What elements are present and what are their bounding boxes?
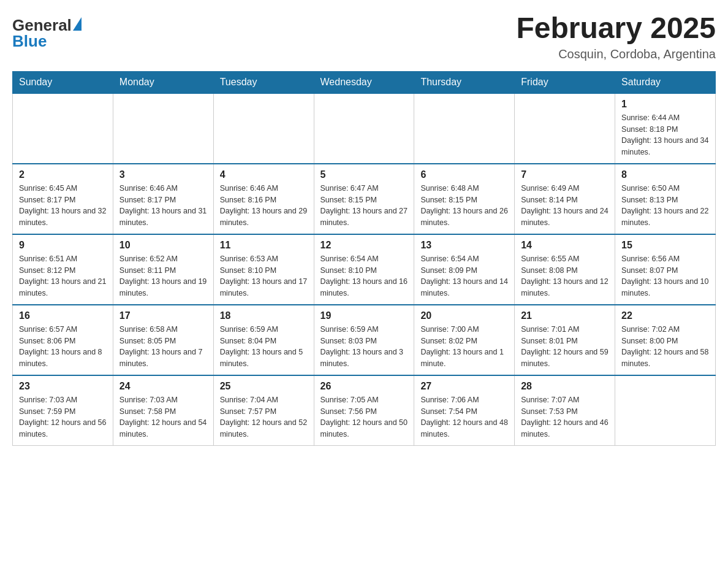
day-sun-info: Sunrise: 6:57 AMSunset: 8:06 PMDaylight:… xyxy=(19,324,107,370)
day-number: 16 xyxy=(19,310,107,321)
day-number: 25 xyxy=(220,381,308,392)
title-section: February 2025 Cosquin, Cordoba, Argentin… xyxy=(516,12,716,61)
day-number: 3 xyxy=(119,169,207,180)
calendar-cell: 20Sunrise: 7:00 AMSunset: 8:02 PMDayligh… xyxy=(414,305,515,375)
weekday-header-row: SundayMondayTuesdayWednesdayThursdayFrid… xyxy=(13,71,716,93)
weekday-header-thursday: Thursday xyxy=(414,71,515,93)
calendar-cell xyxy=(515,93,615,164)
calendar-cell: 16Sunrise: 6:57 AMSunset: 8:06 PMDayligh… xyxy=(13,305,113,375)
day-number: 18 xyxy=(220,310,308,321)
day-sun-info: Sunrise: 6:47 AMSunset: 8:15 PMDaylight:… xyxy=(320,183,408,229)
calendar-cell: 23Sunrise: 7:03 AMSunset: 7:59 PMDayligh… xyxy=(13,375,113,446)
weekday-header-friday: Friday xyxy=(515,71,615,93)
weekday-header-wednesday: Wednesday xyxy=(314,71,414,93)
day-number: 15 xyxy=(621,240,709,251)
day-number: 22 xyxy=(621,310,709,321)
day-number: 27 xyxy=(420,381,508,392)
day-sun-info: Sunrise: 7:05 AMSunset: 7:56 PMDaylight:… xyxy=(320,394,408,440)
day-number: 23 xyxy=(19,381,107,392)
calendar-cell: 18Sunrise: 6:59 AMSunset: 8:04 PMDayligh… xyxy=(213,305,314,375)
day-sun-info: Sunrise: 6:55 AMSunset: 8:08 PMDaylight:… xyxy=(521,253,609,299)
day-sun-info: Sunrise: 7:03 AMSunset: 7:58 PMDaylight:… xyxy=(119,394,207,440)
calendar-cell: 11Sunrise: 6:53 AMSunset: 8:10 PMDayligh… xyxy=(213,234,314,305)
calendar-cell: 3Sunrise: 6:46 AMSunset: 8:17 PMDaylight… xyxy=(113,164,213,234)
calendar-week-row: 9Sunrise: 6:51 AMSunset: 8:12 PMDaylight… xyxy=(13,234,716,305)
calendar-cell: 7Sunrise: 6:49 AMSunset: 8:14 PMDaylight… xyxy=(515,164,615,234)
logo: General Blue xyxy=(12,17,82,49)
day-sun-info: Sunrise: 6:53 AMSunset: 8:10 PMDaylight:… xyxy=(220,253,308,299)
day-sun-info: Sunrise: 6:54 AMSunset: 8:10 PMDaylight:… xyxy=(320,253,408,299)
calendar-cell: 12Sunrise: 6:54 AMSunset: 8:10 PMDayligh… xyxy=(314,234,414,305)
calendar-week-row: 23Sunrise: 7:03 AMSunset: 7:59 PMDayligh… xyxy=(13,375,716,446)
weekday-header-tuesday: Tuesday xyxy=(213,71,314,93)
day-sun-info: Sunrise: 6:49 AMSunset: 8:14 PMDaylight:… xyxy=(521,183,609,229)
calendar-cell xyxy=(314,93,414,164)
day-number: 11 xyxy=(220,240,308,251)
logo-triangle-icon xyxy=(73,17,82,31)
calendar-cell: 26Sunrise: 7:05 AMSunset: 7:56 PMDayligh… xyxy=(314,375,414,446)
calendar-cell xyxy=(213,93,314,164)
day-number: 7 xyxy=(521,169,609,180)
day-sun-info: Sunrise: 6:56 AMSunset: 8:07 PMDaylight:… xyxy=(621,253,709,299)
calendar-cell: 28Sunrise: 7:07 AMSunset: 7:53 PMDayligh… xyxy=(515,375,615,446)
calendar-week-row: 1Sunrise: 6:44 AMSunset: 8:18 PMDaylight… xyxy=(13,93,716,164)
day-number: 26 xyxy=(320,381,408,392)
day-sun-info: Sunrise: 7:03 AMSunset: 7:59 PMDaylight:… xyxy=(19,394,107,440)
weekday-header-monday: Monday xyxy=(113,71,213,93)
calendar-cell: 19Sunrise: 6:59 AMSunset: 8:03 PMDayligh… xyxy=(314,305,414,375)
calendar-cell: 1Sunrise: 6:44 AMSunset: 8:18 PMDaylight… xyxy=(615,93,716,164)
calendar-cell: 14Sunrise: 6:55 AMSunset: 8:08 PMDayligh… xyxy=(515,234,615,305)
location-subtitle: Cosquin, Cordoba, Argentina xyxy=(516,47,716,61)
calendar-cell: 15Sunrise: 6:56 AMSunset: 8:07 PMDayligh… xyxy=(615,234,716,305)
logo-blue-text: Blue xyxy=(12,33,82,49)
day-number: 28 xyxy=(521,381,609,392)
day-sun-info: Sunrise: 6:50 AMSunset: 8:13 PMDaylight:… xyxy=(621,183,709,229)
day-number: 20 xyxy=(420,310,508,321)
calendar-cell: 6Sunrise: 6:48 AMSunset: 8:15 PMDaylight… xyxy=(414,164,515,234)
calendar-week-row: 2Sunrise: 6:45 AMSunset: 8:17 PMDaylight… xyxy=(13,164,716,234)
calendar-cell: 9Sunrise: 6:51 AMSunset: 8:12 PMDaylight… xyxy=(13,234,113,305)
day-number: 6 xyxy=(420,169,508,180)
day-sun-info: Sunrise: 7:07 AMSunset: 7:53 PMDaylight:… xyxy=(521,394,609,440)
month-title: February 2025 xyxy=(516,12,716,45)
calendar-cell: 2Sunrise: 6:45 AMSunset: 8:17 PMDaylight… xyxy=(13,164,113,234)
day-sun-info: Sunrise: 6:58 AMSunset: 8:05 PMDaylight:… xyxy=(119,324,207,370)
calendar-week-row: 16Sunrise: 6:57 AMSunset: 8:06 PMDayligh… xyxy=(13,305,716,375)
calendar-header: SundayMondayTuesdayWednesdayThursdayFrid… xyxy=(13,71,716,93)
day-number: 13 xyxy=(420,240,508,251)
day-number: 14 xyxy=(521,240,609,251)
calendar-cell: 24Sunrise: 7:03 AMSunset: 7:58 PMDayligh… xyxy=(113,375,213,446)
day-number: 1 xyxy=(621,99,709,110)
day-sun-info: Sunrise: 6:54 AMSunset: 8:09 PMDaylight:… xyxy=(420,253,508,299)
day-sun-info: Sunrise: 6:51 AMSunset: 8:12 PMDaylight:… xyxy=(19,253,107,299)
calendar-table: SundayMondayTuesdayWednesdayThursdayFrid… xyxy=(12,71,716,446)
day-sun-info: Sunrise: 6:46 AMSunset: 8:17 PMDaylight:… xyxy=(119,183,207,229)
day-number: 19 xyxy=(320,310,408,321)
page-header: General Blue February 2025 Cosquin, Cord… xyxy=(12,12,716,61)
day-sun-info: Sunrise: 6:44 AMSunset: 8:18 PMDaylight:… xyxy=(621,112,709,158)
calendar-cell: 17Sunrise: 6:58 AMSunset: 8:05 PMDayligh… xyxy=(113,305,213,375)
weekday-header-sunday: Sunday xyxy=(13,71,113,93)
calendar-cell xyxy=(615,375,716,446)
day-number: 8 xyxy=(621,169,709,180)
day-sun-info: Sunrise: 6:59 AMSunset: 8:04 PMDaylight:… xyxy=(220,324,308,370)
logo-general-text: General xyxy=(12,17,72,33)
day-sun-info: Sunrise: 7:04 AMSunset: 7:57 PMDaylight:… xyxy=(220,394,308,440)
day-number: 10 xyxy=(119,240,207,251)
day-sun-info: Sunrise: 7:01 AMSunset: 8:01 PMDaylight:… xyxy=(521,324,609,370)
day-sun-info: Sunrise: 6:46 AMSunset: 8:16 PMDaylight:… xyxy=(220,183,308,229)
calendar-cell xyxy=(113,93,213,164)
calendar-cell: 27Sunrise: 7:06 AMSunset: 7:54 PMDayligh… xyxy=(414,375,515,446)
calendar-cell: 5Sunrise: 6:47 AMSunset: 8:15 PMDaylight… xyxy=(314,164,414,234)
day-sun-info: Sunrise: 7:06 AMSunset: 7:54 PMDaylight:… xyxy=(420,394,508,440)
day-number: 5 xyxy=(320,169,408,180)
day-sun-info: Sunrise: 6:48 AMSunset: 8:15 PMDaylight:… xyxy=(420,183,508,229)
calendar-cell: 21Sunrise: 7:01 AMSunset: 8:01 PMDayligh… xyxy=(515,305,615,375)
day-number: 12 xyxy=(320,240,408,251)
calendar-cell: 8Sunrise: 6:50 AMSunset: 8:13 PMDaylight… xyxy=(615,164,716,234)
weekday-header-saturday: Saturday xyxy=(615,71,716,93)
calendar-cell: 13Sunrise: 6:54 AMSunset: 8:09 PMDayligh… xyxy=(414,234,515,305)
calendar-cell: 22Sunrise: 7:02 AMSunset: 8:00 PMDayligh… xyxy=(615,305,716,375)
day-sun-info: Sunrise: 6:45 AMSunset: 8:17 PMDaylight:… xyxy=(19,183,107,229)
day-number: 2 xyxy=(19,169,107,180)
